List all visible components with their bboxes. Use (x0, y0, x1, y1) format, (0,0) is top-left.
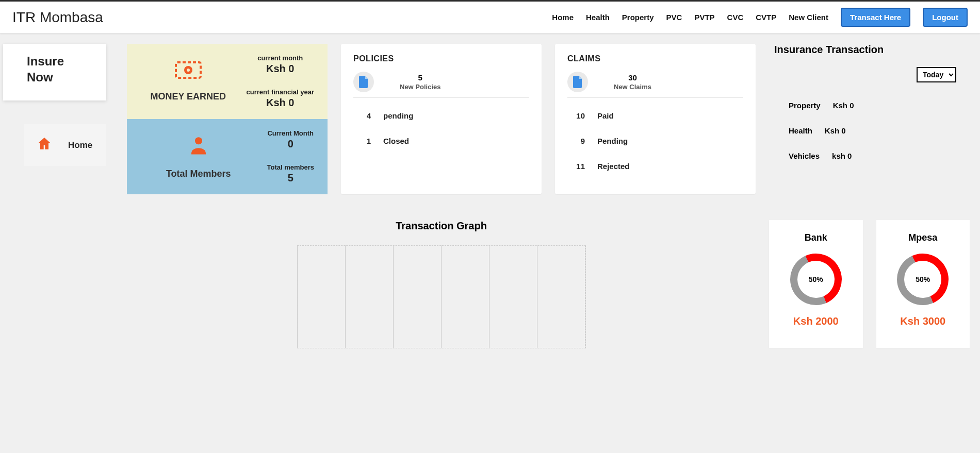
bank-pct: 50% (790, 254, 842, 305)
transaction-row-health: Health Ksh 0 (774, 118, 970, 143)
insure-title-2: Now (27, 70, 53, 84)
members-total-value: 5 (267, 172, 314, 184)
policies-row-closed: 1 Closed (353, 128, 529, 154)
mpesa-card: Mpesa 50% Ksh 3000 (876, 220, 970, 348)
nav-cvtp[interactable]: CVTP (756, 13, 776, 22)
document-icon (353, 72, 374, 92)
transaction-row-property: Property Ksh 0 (774, 93, 970, 118)
claims-new-count: 30 (628, 73, 637, 82)
document-icon (567, 72, 588, 92)
claims-title: CLAIMS (567, 54, 743, 63)
nav-links: Home Health Property PVC PVTP CVC CVTP N… (552, 8, 968, 27)
sidebar-item-home[interactable]: Home (24, 124, 106, 166)
nav-pvc[interactable]: PVC (666, 13, 682, 22)
money-earned-title: MONEY EARNED (150, 91, 226, 102)
brand-title: ITR Mombasa (12, 9, 103, 26)
top-nav: ITR Mombasa Home Health Property PVC PVT… (0, 0, 980, 33)
members-title: Total Members (166, 169, 231, 179)
money-year-value: Ksh 0 (247, 97, 315, 109)
policies-title: POLICIES (353, 54, 529, 63)
cash-icon (175, 61, 202, 81)
money-month-value: Ksh 0 (247, 63, 315, 75)
transaction-graph-card: Transaction Graph (127, 208, 756, 348)
nav-property[interactable]: Property (622, 13, 654, 22)
members-total-label: Total members (267, 163, 314, 171)
logout-button[interactable]: Logout (923, 8, 968, 27)
money-month-label: current month (247, 54, 315, 62)
sidebar: Insure Now Home (3, 44, 106, 348)
claims-card: CLAIMS 30 New Claims 10 Paid 9 Pending 1… (555, 44, 756, 194)
transaction-title: Insurance Transaction (774, 44, 970, 56)
mpesa-title: Mpesa (889, 232, 958, 243)
claims-row-rejected: 11 Rejected (567, 154, 743, 179)
donut-column: Bank 50% Ksh 2000 Mpesa 50% Ksh 3000 (769, 208, 970, 348)
members-card: Total Members Current Month 0 Total memb… (127, 119, 328, 194)
user-icon (188, 135, 209, 158)
claims-row-paid: 10 Paid (567, 103, 743, 128)
graph-title: Transaction Graph (127, 220, 756, 232)
policies-new-label: New Policies (400, 83, 440, 91)
mpesa-amount: Ksh 3000 (889, 315, 958, 327)
nav-pvtp[interactable]: PVTP (694, 13, 714, 22)
claims-new-label: New Claims (614, 83, 651, 91)
insure-title-1: Insure (27, 54, 64, 68)
money-column: MONEY EARNED current month Ksh 0 current… (127, 44, 328, 194)
members-month-value: 0 (267, 138, 314, 150)
money-earned-card: MONEY EARNED current month Ksh 0 current… (127, 44, 328, 119)
nav-cvc[interactable]: CVC (727, 13, 744, 22)
bank-title: Bank (781, 232, 851, 243)
claims-row-pending: 9 Pending (567, 128, 743, 154)
money-year-label: current financial year (247, 88, 315, 96)
policies-new-count: 5 (418, 73, 422, 82)
mpesa-pct: 50% (897, 254, 949, 305)
bank-amount: Ksh 2000 (781, 315, 851, 327)
transaction-row-vehicles: Vehicles ksh 0 (774, 143, 970, 169)
dashboard-grid: MONEY EARNED current month Ksh 0 current… (127, 44, 970, 348)
transaction-card: Insurance Transaction Today Property Ksh… (769, 44, 970, 194)
bank-card: Bank 50% Ksh 2000 (769, 220, 863, 348)
transaction-period-select[interactable]: Today (917, 67, 956, 82)
nav-health[interactable]: Health (586, 13, 610, 22)
svg-point-3 (195, 137, 202, 144)
members-month-label: Current Month (267, 129, 314, 137)
transact-button[interactable]: Transact Here (841, 8, 910, 27)
home-icon (36, 136, 53, 155)
insure-now-card: Insure Now (3, 44, 106, 100)
graph-placeholder (297, 245, 586, 348)
policies-card: POLICIES 5 New Policies 4 pending 1 Clos… (341, 44, 542, 194)
sidebar-home-label: Home (68, 140, 92, 150)
nav-new-client[interactable]: New Client (789, 13, 828, 22)
policies-row-pending: 4 pending (353, 103, 529, 128)
svg-point-2 (187, 69, 190, 72)
nav-home[interactable]: Home (552, 13, 574, 22)
